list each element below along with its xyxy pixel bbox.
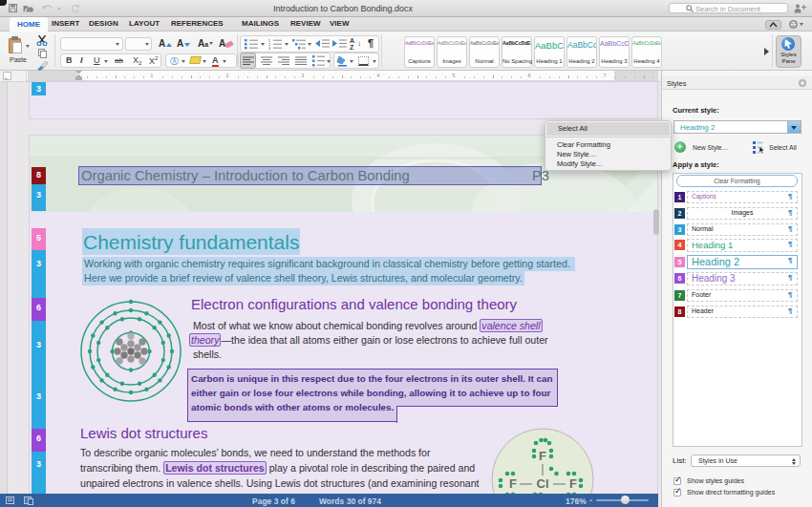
- svg-text:F: F: [539, 449, 546, 463]
- svg-text:F: F: [509, 476, 517, 491]
- svg-text:Cl: Cl: [537, 476, 549, 491]
- svg-text:F: F: [569, 476, 577, 491]
- svg-text:3: 3: [268, 46, 271, 50]
